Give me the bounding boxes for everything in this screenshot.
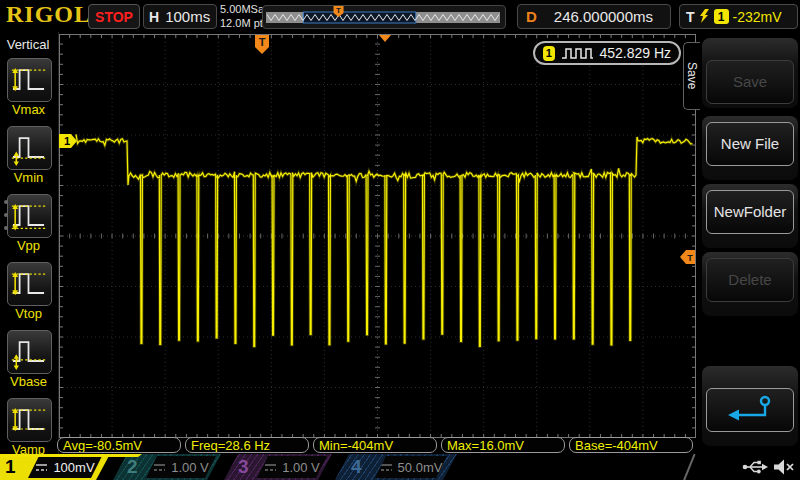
channel-status-bar: 1 100mV 2 1.00 V 3 1.00 V: [0, 454, 800, 480]
measure-max[interactable]: Max=16.0mV: [441, 437, 565, 453]
preview-waveform-icon: T: [263, 6, 503, 28]
new-folder-button[interactable]: NewFolder: [706, 190, 794, 234]
svg-text:T: T: [336, 6, 341, 15]
vmax-icon: [8, 59, 49, 99]
speaker-muted-icon[interactable]: [772, 457, 796, 477]
vmin-label: Vmin: [0, 170, 57, 185]
channel-4-scale: 50.0mV: [398, 460, 443, 475]
trigger-source-badge: 1: [714, 9, 729, 24]
channel-3-number: 3: [238, 456, 249, 478]
dc-coupling-icon: [35, 463, 48, 472]
channel-1-number: 1: [5, 456, 16, 478]
measure-min[interactable]: Min=-404mV: [313, 437, 437, 453]
horizontal-timebase-box[interactable]: H 100ms: [143, 4, 217, 29]
vbase-label: Vbase: [0, 374, 57, 389]
svg-text:1: 1: [64, 135, 70, 147]
usb-icon[interactable]: [742, 458, 770, 476]
channel-2-scale: 1.00 V: [171, 460, 209, 475]
channel-3-scale: 1.00 V: [282, 460, 320, 475]
channel-4-tab[interactable]: 4 50.0mV: [335, 454, 457, 480]
vpp-label: Vpp: [0, 238, 57, 253]
timebase-value: 100ms: [165, 8, 210, 25]
channel-1-scale: 100mV: [53, 460, 94, 475]
left-measure-menu: Vertical Vmax Vmin Vpp: [0, 32, 59, 480]
delay-value: 246.000000ms: [537, 8, 670, 25]
channel-3-tab[interactable]: 3 1.00 V: [224, 454, 332, 480]
dc-coupling-icon: [380, 463, 393, 472]
channel-2-tab[interactable]: 2 1.00 V: [113, 454, 221, 480]
frequency-counter-badge: 1 452.829 Hz: [533, 41, 681, 65]
trigger-edge-icon: [699, 9, 710, 24]
dc-coupling-icon: [153, 463, 166, 472]
channel-4-number: 4: [351, 456, 362, 478]
vamp-button[interactable]: [7, 398, 52, 442]
ch1-waveform-glow: [76, 134, 692, 346]
menu-title: Vertical: [0, 37, 56, 52]
delete-button[interactable]: Delete: [706, 258, 794, 302]
menu-page-dot: [4, 200, 8, 204]
right-soft-menu: Save New File NewFolder Delete: [700, 32, 800, 480]
vtop-icon: [8, 263, 49, 303]
trigger-status-box[interactable]: T 1 -232mV: [679, 4, 798, 29]
delay-label: D: [526, 8, 537, 25]
trigger-label: T: [686, 9, 695, 25]
svg-text:T: T: [259, 36, 266, 48]
vbase-icon: [8, 331, 49, 371]
memory-waveform-preview[interactable]: T: [262, 5, 506, 29]
vmin-icon: [8, 127, 49, 167]
save-button[interactable]: Save: [706, 60, 794, 104]
new-file-button[interactable]: New File: [706, 122, 794, 166]
frequency-value: 452.829 Hz: [599, 45, 671, 61]
vmin-button[interactable]: [7, 126, 52, 170]
vpp-icon: [8, 195, 49, 235]
vmax-button[interactable]: [7, 58, 52, 102]
channel-2-number: 2: [127, 456, 138, 478]
svg-text:T: T: [687, 253, 693, 263]
counter-source-badge: 1: [543, 46, 555, 61]
trigger-delay-box[interactable]: D 246.000000ms: [517, 4, 671, 29]
top-status-bar: RIGOL STOP H 100ms 5.00MSa/s 12.0M pts T…: [0, 0, 800, 32]
dc-coupling-icon: [264, 463, 277, 472]
horizontal-label: H: [149, 9, 159, 25]
return-arrow-icon: [725, 394, 775, 426]
channel-1-scale-box: 100mV: [28, 456, 102, 478]
pulse-train-icon: [561, 46, 594, 60]
run-state-indicator[interactable]: STOP: [88, 4, 140, 29]
vpp-button[interactable]: [7, 194, 52, 238]
vtop-button[interactable]: [7, 262, 52, 306]
vmax-label: Vmax: [0, 102, 57, 117]
menu-page-dot: [4, 213, 8, 217]
vbase-button[interactable]: [7, 330, 52, 374]
back-button[interactable]: [706, 388, 794, 432]
rigol-logo: RIGOL: [6, 1, 91, 28]
vamp-icon: [8, 399, 49, 439]
active-channel-underline: [0, 454, 142, 457]
menu-page-dot: [4, 226, 8, 230]
center-time-marker: [379, 35, 391, 42]
trigger-level-value: -232mV: [733, 9, 782, 25]
measure-base[interactable]: Base=-404mV: [569, 437, 693, 453]
channel-2-scale-box: 1.00 V: [146, 456, 216, 478]
graticule: 1TT: [59, 34, 696, 438]
channel-1-tab[interactable]: 1 100mV: [0, 454, 110, 480]
menu-tab-save: Save: [683, 42, 700, 110]
channel-4-scale-box: 50.0mV: [375, 456, 447, 478]
vtop-label: Vtop: [0, 306, 57, 321]
measure-avg[interactable]: Avg=-80.5mV: [57, 437, 181, 453]
measure-freq[interactable]: Freq=28.6 Hz: [185, 437, 309, 453]
oscilloscope-screen: { "top_bar": { "logo": "RIGOL", "run_sta…: [0, 0, 800, 480]
channel-3-scale-box: 1.00 V: [257, 456, 327, 478]
